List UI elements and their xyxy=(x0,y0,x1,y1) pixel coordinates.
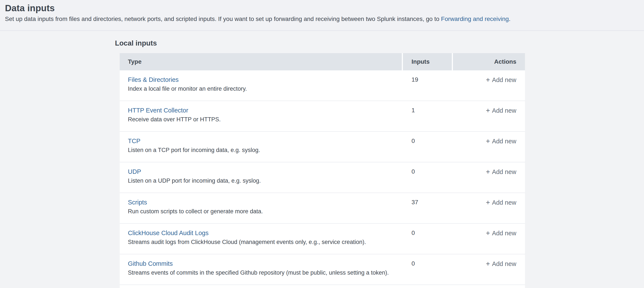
table-row-http-event-collector: HTTP Event Collector Receive data over H… xyxy=(120,101,525,132)
table-row-clickhouse-cloud-audit-logs: ClickHouse Cloud Audit Logs Streams audi… xyxy=(120,224,525,254)
input-type-description: Streams audit logs from ClickHouse Cloud… xyxy=(128,238,398,246)
inputs-count: 19 xyxy=(403,70,452,101)
plus-icon: + xyxy=(486,168,490,176)
inputs-count: 0 xyxy=(403,162,452,193)
plus-icon: + xyxy=(486,229,490,237)
actions-cell: +Add new xyxy=(453,224,525,254)
actions-cell: +Add new xyxy=(453,132,525,162)
add-new-label: Add new xyxy=(492,198,516,207)
local-inputs-table: Type Inputs Actions Files & Directories … xyxy=(120,53,525,288)
inputs-count: 37 xyxy=(403,193,452,223)
plus-icon: + xyxy=(486,76,490,84)
add-new-button[interactable]: +Add new xyxy=(486,106,516,115)
input-type-description: Receive data over HTTP or HTTPS. xyxy=(128,115,398,124)
add-new-button[interactable]: +Add new xyxy=(486,198,516,207)
column-header-actions: Actions xyxy=(453,53,525,70)
inputs-count: 0 xyxy=(403,132,452,162)
page-title: Data inputs xyxy=(5,3,644,14)
table-row-tcp: TCP Listen on a TCP port for incoming da… xyxy=(120,132,525,162)
page-header: Data inputs Set up data inputs from file… xyxy=(0,0,644,31)
type-cell: Scripts Run custom scripts to collect or… xyxy=(120,193,402,223)
inputs-count: 0 xyxy=(403,224,452,254)
input-type-link[interactable]: Scripts xyxy=(128,198,147,206)
add-new-label: Add new xyxy=(492,260,516,268)
inputs-count: 1 xyxy=(403,101,452,131)
add-new-button[interactable]: +Add new xyxy=(486,137,516,145)
page-subtitle: Set up data inputs from files and direct… xyxy=(5,15,644,23)
page-subtitle-suffix: . xyxy=(509,16,510,22)
input-type-description: Run custom scripts to collect or generat… xyxy=(128,207,398,215)
input-type-link[interactable]: Github Commits xyxy=(128,259,173,268)
input-type-link[interactable]: TCP xyxy=(128,137,140,145)
plus-icon: + xyxy=(486,137,490,145)
type-cell: ClickHouse Cloud Audit Logs Streams audi… xyxy=(120,224,402,254)
plus-icon: + xyxy=(486,106,490,115)
column-header-type: Type xyxy=(120,53,402,70)
input-type-description: Listen on a UDP port for incoming data, … xyxy=(128,177,398,185)
plus-icon: + xyxy=(486,198,490,207)
actions-cell: +Add new xyxy=(453,70,525,101)
add-new-label: Add new xyxy=(492,168,516,176)
add-new-button[interactable]: +Add new xyxy=(486,76,516,84)
actions-cell: +Add new xyxy=(453,162,525,193)
type-cell: Github Commits Streams events of commits… xyxy=(120,254,402,284)
add-new-label: Add new xyxy=(492,137,516,145)
add-new-label: Add new xyxy=(492,106,516,115)
section-title-local-inputs: Local inputs xyxy=(115,39,644,48)
add-new-button[interactable]: +Add new xyxy=(486,259,516,268)
type-cell: TCP Listen on a TCP port for incoming da… xyxy=(120,132,402,162)
actions-cell: +Add new xyxy=(453,101,525,131)
table-row-udp: UDP Listen on a UDP port for incoming da… xyxy=(120,162,525,193)
column-header-inputs: Inputs xyxy=(403,53,452,70)
input-type-link[interactable]: HTTP Event Collector xyxy=(128,106,188,114)
input-type-link[interactable]: UDP xyxy=(128,168,141,176)
table-row-github-commits: Github Commits Streams events of commits… xyxy=(120,254,525,285)
forwarding-and-receiving-link[interactable]: Forwarding and receiving xyxy=(441,16,509,22)
table-row-scripts: Scripts Run custom scripts to collect or… xyxy=(120,193,525,224)
main-content: Local inputs Type Inputs Actions Files &… xyxy=(0,31,644,288)
input-type-description: Index a local file or monitor an entire … xyxy=(128,85,398,93)
actions-cell: +Add new xyxy=(453,254,525,284)
page-subtitle-text: Set up data inputs from files and direct… xyxy=(5,16,441,22)
plus-icon: + xyxy=(486,260,490,268)
add-new-label: Add new xyxy=(492,76,516,84)
input-type-link[interactable]: ClickHouse Cloud Audit Logs xyxy=(128,229,208,237)
table-row-partial xyxy=(120,285,525,288)
add-new-button[interactable]: +Add new xyxy=(486,229,516,237)
inputs-count: 0 xyxy=(403,254,452,284)
input-type-link[interactable]: Files & Directories xyxy=(128,76,178,84)
type-cell: UDP Listen on a UDP port for incoming da… xyxy=(120,162,402,193)
add-new-button[interactable]: +Add new xyxy=(486,168,516,176)
input-type-description: Streams events of commits in the specifi… xyxy=(128,268,398,277)
input-type-description: Listen on a TCP port for incoming data, … xyxy=(128,146,398,154)
actions-cell: +Add new xyxy=(453,193,525,223)
add-new-label: Add new xyxy=(492,229,516,237)
table-row-files-directories: Files & Directories Index a local file o… xyxy=(120,70,525,101)
table-header-row: Type Inputs Actions xyxy=(120,53,525,70)
type-cell: HTTP Event Collector Receive data over H… xyxy=(120,101,402,131)
type-cell: Files & Directories Index a local file o… xyxy=(120,70,402,101)
